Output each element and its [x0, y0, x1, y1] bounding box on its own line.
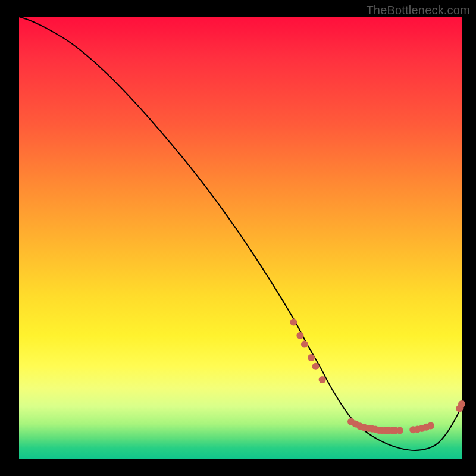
data-point: [319, 376, 326, 383]
data-point: [312, 363, 320, 370]
data-point: [458, 400, 465, 408]
data-point: [308, 354, 315, 361]
data-point: [301, 341, 308, 348]
data-point: [396, 427, 403, 434]
data-point: [290, 318, 297, 325]
curve-svg: [19, 17, 462, 459]
watermark-text: TheBottleneck.com: [366, 4, 470, 17]
data-point: [296, 332, 303, 339]
data-point: [427, 422, 434, 430]
plot-area: [19, 17, 462, 459]
data-points: [290, 318, 465, 434]
chart-canvas: TheBottleneck.com: [0, 0, 476, 476]
bottleneck-curve: [19, 17, 462, 450]
